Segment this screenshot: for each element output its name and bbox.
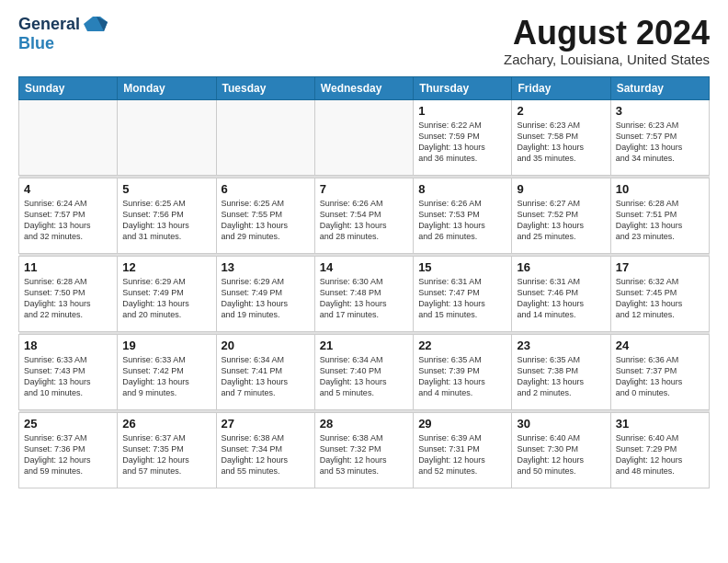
day-number: 22 <box>418 339 506 352</box>
logo-text-general: General <box>18 15 80 34</box>
table-row: 26Sunrise: 6:37 AM Sunset: 7:35 PM Dayli… <box>118 412 216 488</box>
day-number: 7 <box>320 182 408 196</box>
day-number: 1 <box>418 104 506 118</box>
calendar-week-row: 18Sunrise: 6:33 AM Sunset: 7:43 PM Dayli… <box>19 334 710 409</box>
table-row <box>216 99 314 175</box>
table-row: 9Sunrise: 6:27 AM Sunset: 7:52 PM Daylig… <box>512 178 610 253</box>
col-thursday: Thursday <box>414 76 512 99</box>
day-info: Sunrise: 6:25 AM Sunset: 7:55 PM Dayligh… <box>222 198 310 243</box>
day-info: Sunrise: 6:35 AM Sunset: 7:38 PM Dayligh… <box>517 354 605 399</box>
day-number: 21 <box>320 339 408 352</box>
table-row: 7Sunrise: 6:26 AM Sunset: 7:54 PM Daylig… <box>314 178 413 253</box>
table-row: 13Sunrise: 6:29 AM Sunset: 7:49 PM Dayli… <box>216 256 314 331</box>
day-info: Sunrise: 6:34 AM Sunset: 7:40 PM Dayligh… <box>320 354 408 399</box>
day-info: Sunrise: 6:40 AM Sunset: 7:30 PM Dayligh… <box>517 432 605 477</box>
table-row: 5Sunrise: 6:25 AM Sunset: 7:56 PM Daylig… <box>118 178 216 253</box>
table-row: 24Sunrise: 6:36 AM Sunset: 7:37 PM Dayli… <box>610 334 709 409</box>
day-number: 5 <box>122 182 210 196</box>
day-info: Sunrise: 6:29 AM Sunset: 7:49 PM Dayligh… <box>122 276 210 321</box>
day-number: 4 <box>24 182 112 196</box>
table-row: 4Sunrise: 6:24 AM Sunset: 7:57 PM Daylig… <box>19 178 118 253</box>
table-row: 1Sunrise: 6:22 AM Sunset: 7:59 PM Daylig… <box>414 99 512 175</box>
page-subtitle: Zachary, Louisiana, United States <box>504 52 710 67</box>
col-monday: Monday <box>118 76 216 99</box>
day-info: Sunrise: 6:36 AM Sunset: 7:37 PM Dayligh… <box>616 354 704 399</box>
table-row: 20Sunrise: 6:34 AM Sunset: 7:41 PM Dayli… <box>216 334 314 409</box>
page: General Blue August 2024 Zachary, Louisi… <box>0 0 728 563</box>
day-info: Sunrise: 6:35 AM Sunset: 7:39 PM Dayligh… <box>418 354 506 399</box>
day-number: 10 <box>616 182 704 196</box>
day-info: Sunrise: 6:40 AM Sunset: 7:29 PM Dayligh… <box>616 432 704 477</box>
table-row: 8Sunrise: 6:26 AM Sunset: 7:53 PM Daylig… <box>414 178 512 253</box>
day-number: 17 <box>616 260 704 274</box>
day-number: 27 <box>222 417 310 431</box>
day-info: Sunrise: 6:29 AM Sunset: 7:49 PM Dayligh… <box>222 276 310 321</box>
day-number: 20 <box>222 339 310 352</box>
col-sunday: Sunday <box>19 76 118 99</box>
col-saturday: Saturday <box>610 76 709 99</box>
day-number: 25 <box>24 417 112 431</box>
day-number: 2 <box>517 104 605 118</box>
day-number: 3 <box>616 104 704 118</box>
day-number: 18 <box>24 339 112 352</box>
table-row: 19Sunrise: 6:33 AM Sunset: 7:42 PM Dayli… <box>118 334 216 409</box>
header: General Blue August 2024 Zachary, Louisi… <box>18 15 710 67</box>
day-number: 8 <box>418 182 506 196</box>
table-row: 15Sunrise: 6:31 AM Sunset: 7:47 PM Dayli… <box>414 256 512 331</box>
logo: General Blue <box>18 15 108 53</box>
day-info: Sunrise: 6:23 AM Sunset: 7:58 PM Dayligh… <box>517 120 605 165</box>
page-title: August 2024 <box>504 15 710 52</box>
day-info: Sunrise: 6:31 AM Sunset: 7:46 PM Dayligh… <box>517 276 605 321</box>
table-row: 28Sunrise: 6:38 AM Sunset: 7:32 PM Dayli… <box>314 412 413 488</box>
table-row: 10Sunrise: 6:28 AM Sunset: 7:51 PM Dayli… <box>610 178 709 253</box>
table-row: 2Sunrise: 6:23 AM Sunset: 7:58 PM Daylig… <box>512 99 610 175</box>
day-number: 12 <box>122 260 210 274</box>
table-row: 21Sunrise: 6:34 AM Sunset: 7:40 PM Dayli… <box>314 334 413 409</box>
day-number: 15 <box>418 260 506 274</box>
table-row <box>118 99 216 175</box>
col-wednesday: Wednesday <box>314 76 413 99</box>
table-row: 6Sunrise: 6:25 AM Sunset: 7:55 PM Daylig… <box>216 178 314 253</box>
table-row: 18Sunrise: 6:33 AM Sunset: 7:43 PM Dayli… <box>19 334 118 409</box>
logo-text-blue: Blue <box>18 34 54 52</box>
day-info: Sunrise: 6:22 AM Sunset: 7:59 PM Dayligh… <box>418 120 506 165</box>
table-row: 30Sunrise: 6:40 AM Sunset: 7:30 PM Dayli… <box>512 412 610 488</box>
table-row: 12Sunrise: 6:29 AM Sunset: 7:49 PM Dayli… <box>118 256 216 331</box>
day-number: 26 <box>122 417 210 431</box>
table-row: 3Sunrise: 6:23 AM Sunset: 7:57 PM Daylig… <box>610 99 709 175</box>
day-number: 9 <box>517 182 605 196</box>
table-row: 16Sunrise: 6:31 AM Sunset: 7:46 PM Dayli… <box>512 256 610 331</box>
day-number: 19 <box>122 339 210 352</box>
calendar-week-row: 1Sunrise: 6:22 AM Sunset: 7:59 PM Daylig… <box>19 99 710 175</box>
logo-icon <box>84 15 108 33</box>
table-row: 14Sunrise: 6:30 AM Sunset: 7:48 PM Dayli… <box>314 256 413 331</box>
table-row <box>314 99 413 175</box>
day-info: Sunrise: 6:23 AM Sunset: 7:57 PM Dayligh… <box>616 120 704 165</box>
calendar-week-row: 4Sunrise: 6:24 AM Sunset: 7:57 PM Daylig… <box>19 178 710 253</box>
table-row <box>19 99 118 175</box>
day-number: 24 <box>616 339 704 352</box>
day-info: Sunrise: 6:33 AM Sunset: 7:42 PM Dayligh… <box>122 354 210 399</box>
table-row: 23Sunrise: 6:35 AM Sunset: 7:38 PM Dayli… <box>512 334 610 409</box>
day-number: 23 <box>517 339 605 352</box>
day-number: 30 <box>517 417 605 431</box>
day-info: Sunrise: 6:25 AM Sunset: 7:56 PM Dayligh… <box>122 198 210 243</box>
table-row: 29Sunrise: 6:39 AM Sunset: 7:31 PM Dayli… <box>414 412 512 488</box>
table-row: 31Sunrise: 6:40 AM Sunset: 7:29 PM Dayli… <box>610 412 709 488</box>
calendar-header-row: Sunday Monday Tuesday Wednesday Thursday… <box>19 76 710 99</box>
day-info: Sunrise: 6:24 AM Sunset: 7:57 PM Dayligh… <box>24 198 112 243</box>
day-number: 6 <box>222 182 310 196</box>
day-number: 11 <box>24 260 112 274</box>
day-info: Sunrise: 6:31 AM Sunset: 7:47 PM Dayligh… <box>418 276 506 321</box>
table-row: 22Sunrise: 6:35 AM Sunset: 7:39 PM Dayli… <box>414 334 512 409</box>
day-number: 14 <box>320 260 408 274</box>
day-number: 16 <box>517 260 605 274</box>
day-info: Sunrise: 6:28 AM Sunset: 7:51 PM Dayligh… <box>616 198 704 243</box>
day-info: Sunrise: 6:26 AM Sunset: 7:54 PM Dayligh… <box>320 198 408 243</box>
title-section: August 2024 Zachary, Louisiana, United S… <box>504 15 710 67</box>
table-row: 27Sunrise: 6:38 AM Sunset: 7:34 PM Dayli… <box>216 412 314 488</box>
day-info: Sunrise: 6:32 AM Sunset: 7:45 PM Dayligh… <box>616 276 704 321</box>
day-info: Sunrise: 6:37 AM Sunset: 7:35 PM Dayligh… <box>122 432 210 477</box>
col-friday: Friday <box>512 76 610 99</box>
day-info: Sunrise: 6:30 AM Sunset: 7:48 PM Dayligh… <box>320 276 408 321</box>
